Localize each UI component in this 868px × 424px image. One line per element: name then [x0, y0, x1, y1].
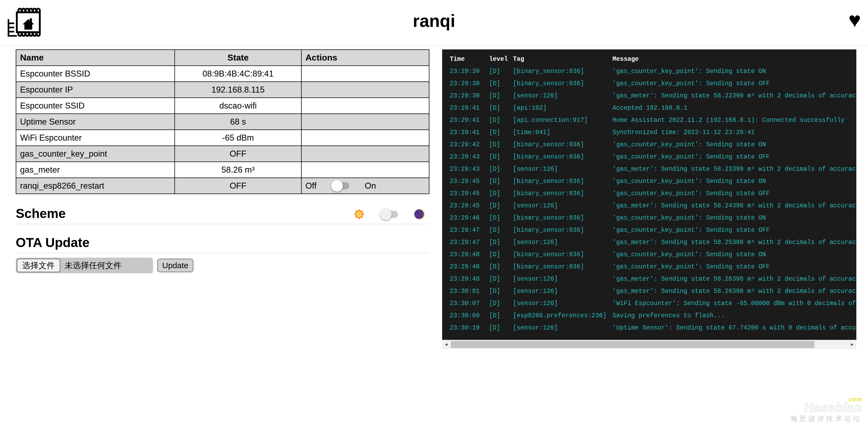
log-entry: 23:30:01 [D] [sensor:126] 'gas_meter': S…	[450, 285, 856, 298]
log-message: 'gas_counter_key_point': Sending state O…	[613, 78, 856, 90]
log-tag: [binary_sensor:036]	[513, 261, 613, 273]
log-entry: 23:29:43 [D] [binary_sensor:036] 'gas_co…	[450, 151, 856, 163]
log-level: [D]	[489, 200, 513, 212]
log-tag: [binary_sensor:036]	[513, 249, 613, 261]
cell-actions: Off On	[301, 178, 429, 194]
log-entry: 23:29:41 [D] [time:041] Synchronized tim…	[450, 126, 856, 139]
log-tag: [binary_sensor:036]	[513, 78, 613, 90]
ota-form: 选择文件 未选择任何文件 Update	[16, 258, 429, 273]
log-col-message: Message	[613, 53, 856, 65]
log-message: 'gas_counter_key_point': Sending state O…	[613, 175, 856, 188]
col-state: State	[175, 50, 301, 66]
log-message: 'gas_counter_key_point': Sending state O…	[613, 151, 856, 163]
log-scrollbar[interactable]: ◄ ►	[442, 340, 856, 349]
choose-file-button[interactable]: 选择文件	[17, 259, 60, 272]
cell-state: dscao-wifi	[175, 98, 301, 114]
log-header-row: Time level Tag Message	[450, 53, 856, 65]
log-tag: [api.connection:917]	[513, 114, 613, 126]
log-entry: 23:29:48 [D] [sensor:126] 'gas_meter': S…	[450, 273, 856, 285]
log-level: [D]	[489, 273, 513, 285]
log-tag: [esp8266.preferences:236]	[513, 310, 613, 322]
log-message: 'gas_meter': Sending state 58.22399 m³ w…	[613, 90, 856, 102]
scheme-section: Scheme	[16, 206, 429, 221]
scrollbar-thumb[interactable]	[451, 341, 814, 348]
main-content: Name State Actions Espcounter BSSID 08:9…	[0, 46, 868, 349]
cell-actions	[301, 130, 429, 146]
file-input[interactable]: 选择文件 未选择任何文件	[16, 258, 153, 273]
log-time: 23:29:47	[450, 224, 489, 236]
log-tag: [binary_sensor:036]	[513, 188, 613, 200]
cell-name: Espcounter IP	[16, 82, 175, 98]
log-tag: [sensor:126]	[513, 163, 613, 175]
cell-actions	[301, 146, 429, 162]
log-col-tag: Tag	[513, 53, 613, 65]
log-entry: 23:29:47 [D] [binary_sensor:036] 'gas_co…	[450, 224, 856, 236]
log-tag: [sensor:126]	[513, 236, 613, 249]
log-level: [D]	[489, 285, 513, 298]
log-entry: 23:29:48 [D] [binary_sensor:036] 'gas_co…	[450, 249, 856, 261]
page-title: ranqi	[0, 0, 868, 31]
restart-toggle[interactable]	[332, 182, 349, 190]
toggle-knob[interactable]	[380, 208, 392, 220]
scheme-title: Scheme	[16, 206, 66, 221]
app-header: ranqi ♥	[0, 0, 868, 46]
log-message: 'gas_meter': Sending state 58.26398 m³ w…	[613, 285, 856, 298]
log-time: 23:29:41	[450, 102, 489, 114]
log-tag: [binary_sensor:036]	[513, 175, 613, 188]
log-time: 23:30:19	[450, 322, 489, 334]
log-tag: [binary_sensor:036]	[513, 224, 613, 236]
log-entry: 23:29:46 [D] [binary_sensor:036] 'gas_co…	[450, 212, 856, 224]
table-row: gas_counter_key_point OFF	[16, 146, 429, 162]
cell-state: OFF	[175, 146, 301, 162]
cell-state: 192.168.8.115	[175, 82, 301, 98]
scrollbar-right-arrow[interactable]: ►	[848, 342, 856, 347]
sun-icon	[353, 208, 365, 220]
watermark-tld: com	[848, 396, 863, 403]
col-name: Name	[16, 50, 175, 66]
scheme-toggle[interactable]	[381, 210, 398, 218]
cell-actions	[301, 66, 429, 82]
log-time: 23:29:46	[450, 212, 489, 224]
cell-name: WiFi Espcounter	[16, 130, 175, 146]
cell-state: -65 dBm	[175, 130, 301, 146]
toggle-knob[interactable]	[331, 180, 343, 192]
right-column: Time level Tag Message 23:29:39 [D] [bin…	[442, 49, 856, 349]
log-entry: 23:29:48 [D] [binary_sensor:036] 'gas_co…	[450, 261, 856, 273]
log-entry: 23:30:19 [D] [sensor:126] 'Uptime Sensor…	[450, 322, 856, 334]
log-message: Accepted 192.168.8.1	[613, 102, 856, 114]
log-message: 'gas_counter_key_point': Sending state O…	[613, 139, 856, 151]
log-level: [D]	[489, 78, 513, 90]
heart-icon: ♥	[848, 9, 861, 30]
log-level: [D]	[489, 188, 513, 200]
log-message: 'gas_counter_key_point': Sending state O…	[613, 65, 856, 78]
cell-name: Espcounter SSID	[16, 98, 175, 114]
cell-state: 68 s	[175, 114, 301, 130]
log-panel[interactable]: Time level Tag Message 23:29:39 [D] [bin…	[442, 49, 856, 340]
log-message: 'gas_counter_key_point': Sending state O…	[613, 188, 856, 200]
scheme-controls	[353, 208, 429, 221]
log-entry: 23:29:45 [D] [sensor:126] 'gas_meter': S…	[450, 200, 856, 212]
table-row: gas_meter 58.26 m³	[16, 162, 429, 178]
scrollbar-left-arrow[interactable]: ◄	[442, 342, 450, 347]
log-entry: 23:29:47 [D] [sensor:126] 'gas_meter': S…	[450, 236, 856, 249]
update-button[interactable]: Update	[157, 259, 193, 272]
log-level: [D]	[489, 236, 513, 249]
log-level: [D]	[489, 126, 513, 139]
table-row: Espcounter SSID dscao-wifi	[16, 98, 429, 114]
log-level: [D]	[489, 90, 513, 102]
log-entry: 23:29:41 [D] [api.connection:917] Home A…	[450, 114, 856, 126]
log-message: 'WiFi Espcounter': Sending state -65.000…	[613, 298, 856, 310]
log-level: [D]	[489, 261, 513, 273]
log-tag: [sensor:126]	[513, 322, 613, 334]
log-message: Home Assistant 2022.11.2 (192.168.8.1): …	[613, 114, 856, 126]
table-row: Espcounter BSSID 08:9B:4B:4C:89:41	[16, 66, 429, 82]
log-tag: [binary_sensor:036]	[513, 139, 613, 151]
log-tag: [binary_sensor:036]	[513, 65, 613, 78]
watermark-subtitle: 瀚思彼岸技术论坛	[790, 415, 862, 423]
log-time: 23:29:41	[450, 126, 489, 139]
log-message: 'gas_counter_key_point': Sending state O…	[613, 224, 856, 236]
log-entry: 23:29:39 [D] [binary_sensor:036] 'gas_co…	[450, 78, 856, 90]
log-message: 'gas_counter_key_point': Sending state O…	[613, 249, 856, 261]
log-time: 23:29:39	[450, 90, 489, 102]
log-level: [D]	[489, 298, 513, 310]
